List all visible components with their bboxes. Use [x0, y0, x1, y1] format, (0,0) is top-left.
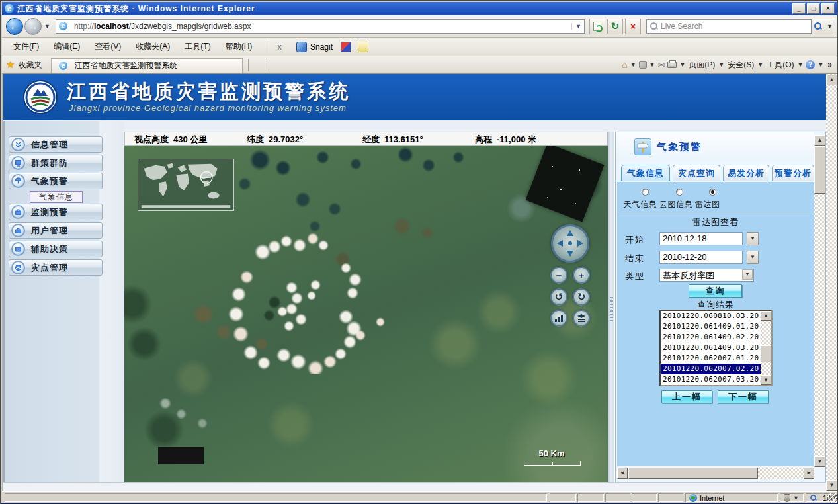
snagit-label[interactable]: Snagit	[310, 42, 333, 52]
panel-scroll-right-icon[interactable]: ►	[804, 468, 814, 479]
refresh-button[interactable]: ↻	[607, 19, 623, 34]
panel-scroll-left-icon[interactable]: ◄	[617, 468, 628, 479]
next-image-button[interactable]: 下一幅	[718, 390, 769, 403]
radio-label-cloud[interactable]: 云图信息	[659, 199, 692, 210]
radio-label-weather[interactable]: 天气信息	[624, 199, 657, 210]
close-button[interactable]: ×	[821, 3, 835, 14]
panel-scroll-thumb[interactable]	[814, 146, 825, 194]
map-canvas[interactable]: − + ↺ ↻ 50 Km	[124, 146, 608, 482]
results-listbox[interactable]: 20101220.060810.03.20. 20101220.061409.0…	[659, 310, 773, 386]
overflow-chevron[interactable]: »	[826, 60, 833, 69]
radio-label-radar[interactable]: 雷达图	[695, 199, 720, 210]
results-scroll-thumb[interactable]	[761, 345, 771, 362]
pan-east-icon[interactable]	[577, 240, 583, 247]
radio-cloud-image[interactable]	[676, 189, 683, 196]
safety-dropdown-icon[interactable]: ▼	[757, 62, 763, 68]
forward-button[interactable]: →	[24, 18, 42, 35]
snagit-edit-icon[interactable]	[358, 42, 368, 52]
history-dropdown-icon[interactable]: ▼	[43, 23, 53, 30]
favorites-label[interactable]: 收藏夹	[18, 60, 42, 71]
mail-icon[interactable]: ✉	[657, 60, 665, 70]
page-menu[interactable]: 页面(P)	[688, 60, 716, 71]
favorites-star-icon[interactable]: ★	[6, 59, 15, 71]
sidebar-item-weather-warning[interactable]: 气象预警	[9, 173, 103, 189]
panel-scroll-up-icon[interactable]: ▲	[814, 135, 825, 146]
page-scroll-up-icon[interactable]: ▲	[826, 75, 837, 85]
stop-button[interactable]: ×	[625, 19, 641, 34]
back-button[interactable]: ←	[6, 18, 23, 35]
map-pan-control[interactable]	[551, 224, 589, 263]
results-scroll-down-icon[interactable]: ▼	[761, 375, 771, 385]
page-menu-dropdown-icon[interactable]: ▼	[718, 62, 724, 68]
search-input[interactable]: Live Search	[646, 19, 812, 34]
menu-file[interactable]: 文件(F)	[6, 38, 46, 55]
query-button[interactable]: 查询	[689, 284, 742, 298]
result-item[interactable]: 20101220.061409.02.20.	[661, 332, 771, 343]
result-item[interactable]: 20101220.062007.01.20.	[661, 353, 771, 364]
result-item[interactable]: 20101220.061409.01.20.	[661, 321, 771, 332]
minimize-button[interactable]: _	[792, 3, 806, 14]
zoom-out-button[interactable]: −	[550, 267, 567, 284]
page-tab[interactable]: e 江西省地质灾害监测预警系统	[51, 58, 243, 73]
panel-vertical-scrollbar[interactable]: ▲ ▼	[814, 135, 825, 467]
rotate-cw-button[interactable]: ↻	[573, 288, 590, 306]
address-field[interactable]: e http://localhost/Jxdzwebgis_mapgis/gri…	[56, 19, 585, 34]
layers-button[interactable]	[573, 310, 590, 327]
resize-grip-icon[interactable]	[827, 493, 837, 503]
results-scrollbar[interactable]: ▲ ▼	[761, 311, 771, 385]
panel-splitter[interactable]	[608, 132, 615, 482]
tab-susceptibility-analysis[interactable]: 易发分析	[723, 165, 769, 181]
home-icon[interactable]: ⌂	[622, 60, 627, 70]
sidebar-item-info-mgmt[interactable]: 信息管理	[9, 136, 103, 153]
sidebar-subitem-weather-info[interactable]: 气象信息	[30, 191, 83, 203]
tab-hazard-query[interactable]: 灾点查询	[673, 165, 720, 181]
radio-radar-image[interactable]	[709, 189, 716, 196]
pan-south-icon[interactable]	[567, 251, 573, 257]
prev-image-button[interactable]: 上一幅	[661, 390, 712, 403]
page-scroll-down-icon[interactable]: ▼	[826, 480, 837, 491]
protected-mode-segment[interactable]: ▼	[780, 493, 804, 502]
sidebar-item-group-defense[interactable]: 群策群防	[9, 155, 103, 171]
panel-horizontal-scrollbar[interactable]: ◄ ►	[617, 468, 814, 479]
sidebar-item-monitor-warning[interactable]: 监测预警	[9, 204, 103, 220]
sidebar-item-decision-support[interactable]: 辅助决策	[9, 241, 103, 257]
safety-menu[interactable]: 安全(S)	[727, 60, 755, 71]
print-icon[interactable]	[667, 62, 677, 68]
snagit-icon[interactable]	[296, 42, 307, 52]
menu-view[interactable]: 查看(V)	[87, 38, 128, 55]
result-item[interactable]: 20101220.062007.03.20.	[661, 374, 771, 385]
results-scroll-up-icon[interactable]: ▲	[761, 311, 771, 321]
pan-west-icon[interactable]	[557, 240, 563, 247]
menu-favorites[interactable]: 收藏夹(A)	[128, 38, 177, 55]
rss-feed-icon[interactable]	[639, 61, 647, 69]
menu-help[interactable]: 帮助(H)	[218, 38, 260, 55]
address-dropdown-icon[interactable]: ▼	[571, 23, 581, 30]
help-icon[interactable]: ?	[806, 60, 815, 69]
type-select[interactable]: 基本反射率图	[659, 269, 754, 282]
print-dropdown-icon[interactable]: ▼	[679, 62, 685, 68]
tools-menu[interactable]: 工具(O)	[766, 60, 794, 71]
end-date-dropdown-icon[interactable]: ▼	[747, 251, 759, 264]
panel-hscroll-thumb[interactable]	[628, 468, 758, 479]
tab-warning-analysis[interactable]: 预警分析	[772, 165, 814, 181]
radio-weather-info[interactable]	[642, 189, 649, 196]
maximize-button[interactable]: □	[807, 3, 820, 14]
toolbar-close-button[interactable]: x	[271, 42, 288, 52]
zoom-in-button[interactable]: +	[573, 267, 590, 284]
tilt-bars-button[interactable]	[550, 310, 567, 327]
rotate-ccw-button[interactable]: ↺	[550, 288, 567, 306]
menu-edit[interactable]: 编辑(E)	[46, 38, 87, 55]
title-bar[interactable]: e 江西省地质灾害监测预警系统 - Windows Internet Explo…	[2, 2, 837, 15]
tools-dropdown-icon[interactable]: ▼	[797, 62, 803, 68]
type-dropdown-icon[interactable]: ▼	[742, 269, 753, 280]
overview-map[interactable]	[138, 159, 234, 211]
start-date-select[interactable]: 2010-12-18	[659, 232, 743, 245]
result-item[interactable]: 20101220.061409.03.20.	[661, 343, 771, 353]
result-item[interactable]: 20101220.060810.03.20.	[661, 311, 771, 321]
snagit-capture-icon[interactable]	[341, 42, 351, 52]
menu-tools[interactable]: 工具(T)	[177, 38, 218, 55]
home-dropdown-icon[interactable]: ▼	[630, 62, 636, 68]
search-go-button[interactable]: ▼	[814, 19, 833, 34]
result-item[interactable]: 20101220.062007.02.20.	[661, 364, 771, 374]
search-options-icon[interactable]: ▼	[827, 23, 833, 30]
